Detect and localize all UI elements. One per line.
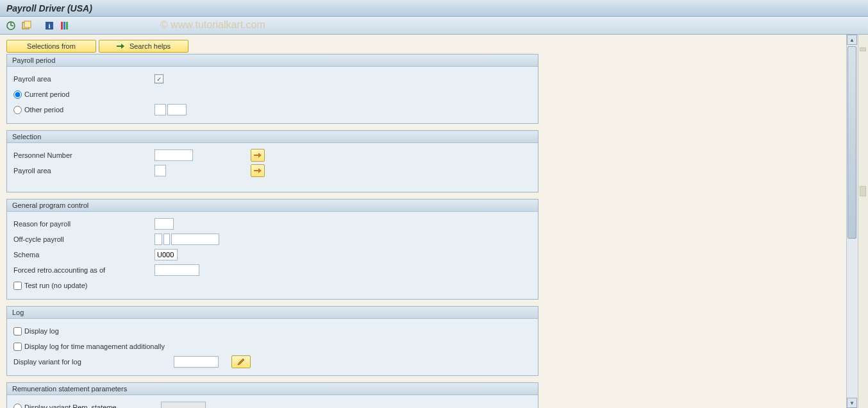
forced-input[interactable]: [154, 264, 199, 276]
general-header: General program control: [7, 200, 538, 212]
scroll-down-arrow-icon[interactable]: ▼: [847, 398, 857, 408]
schema-label: Schema: [13, 251, 154, 259]
schema-input[interactable]: [154, 249, 178, 260]
offcycle-input-1[interactable]: [154, 234, 162, 245]
reason-label: Reason for payroll: [13, 220, 154, 228]
test-run-row: Test run (no update): [13, 282, 87, 290]
personnel-number-label: Personnel Number: [13, 151, 154, 159]
general-program-control-group: General program control Reason for payro…: [6, 199, 538, 300]
pencil-icon: [237, 358, 245, 366]
display-log-checkbox[interactable]: [13, 327, 22, 336]
remuneration-header: Remuneration statement parameters: [7, 383, 538, 395]
offcycle-label: Off-cycle payroll: [13, 235, 154, 243]
other-period-input-2[interactable]: [167, 104, 187, 115]
search-helps-arrow-icon: [117, 43, 124, 49]
info-icon[interactable]: i: [44, 20, 55, 31]
variant-icon[interactable]: [21, 20, 32, 31]
top-button-row: Selections from Search helps: [6, 40, 840, 53]
other-period-input-1[interactable]: [154, 104, 166, 115]
main-content: Selections from Search helps Payroll per…: [0, 35, 846, 408]
other-period-radio[interactable]: [13, 106, 22, 114]
app-toolbar: i © www.tutorialkart.com: [0, 17, 868, 35]
search-helps-label: Search helps: [129, 42, 171, 50]
payroll-area-label: Payroll area: [13, 75, 154, 83]
sel-payroll-area-label: Payroll area: [13, 167, 154, 174]
title-bar: Payroll Driver (USA): [0, 0, 868, 17]
sel-payroll-area-input[interactable]: [154, 165, 166, 176]
selection-header: Selection: [7, 131, 538, 143]
scroll-up-arrow-icon[interactable]: ▲: [847, 35, 857, 45]
test-run-label: Test run (no update): [24, 282, 87, 289]
log-group: Log Display log Display log for time man…: [6, 306, 538, 376]
offcycle-input-3[interactable]: [171, 234, 219, 245]
minimap: [858, 35, 868, 408]
search-helps-button[interactable]: Search helps: [99, 40, 188, 53]
current-period-radio[interactable]: [13, 90, 22, 99]
display-log-label: Display log: [24, 327, 59, 335]
display-variant-rem-radio[interactable]: [13, 404, 22, 409]
display-variant-input[interactable]: [174, 356, 219, 368]
personnel-number-input[interactable]: [154, 149, 193, 161]
personnel-number-multi-button[interactable]: [251, 149, 265, 162]
display-log-tm-checkbox[interactable]: [13, 343, 22, 351]
vertical-scrollbar[interactable]: ▲ ▼: [846, 35, 858, 408]
log-header: Log: [7, 307, 538, 319]
selections-from-label: Selections from: [27, 42, 76, 50]
display-variant-rem-input: [161, 402, 206, 408]
other-period-label: Other period: [24, 106, 63, 114]
payroll-period-header: Payroll period: [7, 55, 538, 67]
forced-label: Forced retro.accounting as of: [13, 266, 154, 274]
display-log-row: Display log: [13, 327, 59, 336]
test-run-checkbox[interactable]: [13, 282, 22, 290]
display-log-tm-label: Display log for time management addition…: [24, 343, 165, 350]
display-log-tm-row: Display log for time management addition…: [13, 343, 165, 351]
color-bars-icon[interactable]: [59, 20, 71, 31]
payroll-area-check-icon[interactable]: ✓: [154, 74, 163, 83]
svg-rect-8: [63, 22, 65, 30]
current-period-row: Current period: [13, 90, 69, 99]
remuneration-group: Remuneration statement parameters Displa…: [6, 382, 538, 408]
other-period-row: Other period: [13, 106, 154, 114]
display-variant-edit-button[interactable]: [231, 355, 251, 368]
current-period-label: Current period: [24, 90, 69, 98]
selections-from-button[interactable]: Selections from: [6, 40, 96, 53]
selection-group: Selection Personnel Number Payroll area: [6, 130, 538, 192]
display-variant-rem-row: Display variant Rem. stateme: [13, 404, 161, 409]
page-title: Payroll Driver (USA): [6, 3, 92, 13]
execute-icon[interactable]: [5, 20, 17, 31]
svg-rect-4: [24, 21, 31, 28]
svg-rect-9: [66, 22, 68, 30]
svg-rect-7: [61, 22, 63, 30]
reason-input[interactable]: [154, 218, 174, 230]
watermark-text: © www.tutorialkart.com: [160, 19, 265, 31]
offcycle-input-2[interactable]: [163, 234, 170, 245]
sel-payroll-area-multi-button[interactable]: [251, 164, 265, 177]
payroll-period-group: Payroll period Payroll area ✓ Current pe…: [6, 54, 538, 124]
scroll-thumb[interactable]: [847, 46, 856, 239]
display-variant-label: Display variant for log: [13, 358, 174, 366]
display-variant-rem-label: Display variant Rem. stateme: [24, 404, 117, 408]
svg-text:i: i: [48, 22, 50, 30]
